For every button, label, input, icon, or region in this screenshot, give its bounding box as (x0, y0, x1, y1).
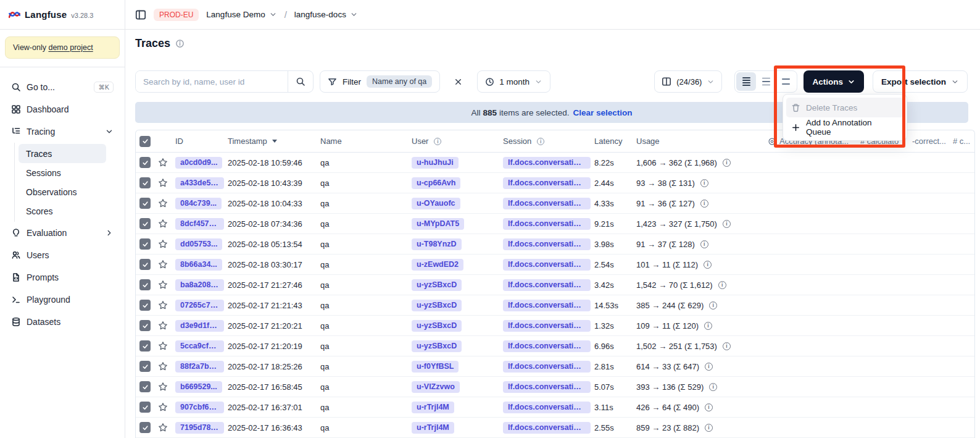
row-checkbox[interactable] (139, 340, 151, 352)
session-badge[interactable]: lf.docs.conversation.... (503, 402, 591, 413)
header-id[interactable]: ID (172, 137, 224, 146)
sidebar-item-datasets[interactable]: Datasets (6, 311, 118, 333)
info-icon[interactable] (700, 179, 708, 187)
session-badge[interactable]: lf.docs.conversation... (503, 177, 591, 189)
export-selection-button[interactable]: Export selection (873, 70, 968, 93)
info-icon[interactable] (704, 261, 712, 269)
trace-id-badge[interactable]: 8dcf4574... (175, 218, 224, 230)
trace-id-badge[interactable]: a0cd0d9... (175, 157, 222, 169)
user-badge[interactable]: u-yzSBxcD (412, 320, 462, 332)
table-row[interactable]: d3e9d1f2... 2025-02-17 21:20:21 qa u-yzS… (136, 316, 974, 336)
search-input[interactable] (136, 71, 288, 92)
star-icon[interactable] (158, 321, 168, 331)
session-badge[interactable]: lf.docs.conversation.... (503, 422, 591, 434)
trace-id-badge[interactable]: 7195d78e... (175, 422, 224, 434)
star-icon[interactable] (158, 361, 168, 371)
row-checkbox[interactable] (139, 361, 151, 372)
info-icon[interactable] (175, 39, 185, 48)
demo-project-link[interactable]: demo project (48, 43, 93, 52)
session-badge[interactable]: lf.docs.conversation... (503, 340, 591, 352)
user-badge[interactable]: u-yzSBxcD (412, 279, 462, 291)
session-badge[interactable]: lf.docs.conversation... (503, 300, 591, 311)
info-icon[interactable] (705, 403, 713, 411)
trace-id-badge[interactable]: 084c739... (175, 198, 222, 209)
info-icon[interactable] (705, 363, 713, 371)
info-icon[interactable] (723, 342, 731, 350)
time-range-selector[interactable]: 1 month (477, 70, 550, 93)
info-icon[interactable] (709, 383, 717, 391)
user-badge[interactable]: u-T98YnzD (412, 238, 462, 250)
header-score-correct[interactable]: -correct... (910, 137, 950, 146)
trace-id-badge[interactable]: 88f2a7b0... (175, 361, 224, 373)
table-row[interactable]: dd05753... 2025-02-18 05:13:54 qa u-T98Y… (136, 234, 974, 255)
row-checkbox[interactable] (139, 422, 151, 433)
filter-chip[interactable]: Name any of qa (367, 75, 432, 88)
user-badge[interactable]: u-VIZzvwo (412, 381, 460, 393)
user-badge[interactable]: u-yzSBxcD (412, 300, 462, 311)
filter-button[interactable]: Filter Name any of qa (320, 70, 440, 93)
row-checkbox[interactable] (139, 402, 151, 413)
select-all-checkbox[interactable] (139, 136, 151, 147)
session-badge[interactable]: lf.docs.conversation... (503, 381, 591, 393)
sidebar-item-users[interactable]: Users (6, 244, 118, 266)
menu-item-delete-traces[interactable]: Delete Traces (786, 98, 903, 117)
user-badge[interactable]: u-f0YfBSL (412, 361, 459, 373)
user-badge[interactable]: u-huJhuJi (412, 157, 459, 169)
header-usage[interactable]: Usage (633, 137, 765, 146)
search-submit-button[interactable] (288, 71, 313, 92)
sidebar-item-sessions[interactable]: Sessions (19, 163, 106, 182)
star-icon[interactable] (158, 259, 168, 269)
sidebar-item-observations[interactable]: Observations (19, 182, 106, 201)
info-icon[interactable] (704, 322, 712, 330)
row-checkbox[interactable] (139, 157, 151, 168)
trace-id-badge[interactable]: 07265c7a... (175, 300, 224, 311)
table-row[interactable]: a0cd0d9... 2025-02-18 10:59:46 qa u-huJh… (136, 153, 974, 173)
table-row[interactable]: 084c739... 2025-02-18 10:04:33 qa u-OYau… (136, 193, 974, 214)
row-height-large-button[interactable] (776, 72, 795, 91)
user-badge[interactable]: u-zEwdED2 (412, 259, 463, 271)
trace-id-badge[interactable]: d3e9d1f2... (175, 320, 224, 332)
session-badge[interactable]: lf.docs.conversation.... (503, 238, 591, 250)
star-icon[interactable] (158, 198, 168, 208)
column-visibility-button[interactable]: (24/36) (654, 70, 722, 93)
star-icon[interactable] (158, 300, 168, 310)
user-badge[interactable]: u-rTrjl4M (412, 402, 454, 413)
session-badge[interactable]: lf.docs.conversation... (503, 198, 591, 209)
sidebar-item-traces[interactable]: Traces (19, 144, 106, 163)
session-badge[interactable]: lf.docs.conversation... (503, 259, 591, 271)
row-checkbox[interactable] (139, 381, 151, 392)
star-icon[interactable] (158, 423, 168, 432)
header-timestamp[interactable]: Timestamp (224, 137, 317, 146)
session-badge[interactable]: lf.docs.conversation... (503, 361, 591, 373)
user-badge[interactable]: u-OYauofc (412, 198, 460, 209)
info-icon[interactable] (709, 301, 717, 310)
table-row[interactable]: 88f2a7b0... 2025-02-17 18:25:26 qa u-f0Y… (136, 356, 974, 377)
trace-id-badge[interactable]: ba8a208f... (175, 279, 224, 291)
table-row[interactable]: 907cbf6e... 2025-02-17 16:37:01 qa u-rTr… (136, 397, 974, 418)
header-latency[interactable]: Latency (591, 137, 633, 146)
row-checkbox[interactable] (139, 259, 151, 270)
sidebar-item-dashboard[interactable]: Dashboard (6, 98, 118, 120)
star-icon[interactable] (158, 219, 168, 229)
star-icon[interactable] (158, 402, 168, 412)
table-row[interactable]: 8dcf4574... 2025-02-18 07:34:36 qa u-MYp… (136, 214, 974, 234)
trace-id-badge[interactable]: 5cca9cf2... (175, 340, 224, 352)
panel-left-icon[interactable] (135, 9, 146, 20)
table-row[interactable]: 7195d78e... 2025-02-17 16:36:43 qa u-rTr… (136, 418, 974, 438)
header-score-c[interactable]: # c... (950, 137, 974, 146)
header-user[interactable]: User (408, 137, 499, 146)
star-icon[interactable] (158, 239, 168, 249)
row-checkbox[interactable] (139, 177, 151, 188)
table-row[interactable]: a433de51... 2025-02-18 10:43:39 qa u-cp6… (136, 173, 974, 193)
user-badge[interactable]: u-MYpDAT5 (412, 218, 464, 230)
session-badge[interactable]: lf.docs.conversation... (503, 279, 591, 291)
row-height-medium-button[interactable] (756, 72, 776, 91)
sidebar-item-tracing[interactable]: Tracing (6, 120, 118, 143)
row-checkbox[interactable] (139, 198, 151, 209)
project-selector[interactable]: langfuse-docs (294, 10, 358, 19)
info-icon[interactable] (723, 220, 731, 228)
star-icon[interactable] (158, 178, 168, 188)
table-row[interactable]: 5cca9cf2... 2025-02-17 21:20:19 qa u-yzS… (136, 336, 974, 356)
trace-id-badge[interactable]: a433de51... (175, 177, 224, 189)
user-badge[interactable]: u-rTrjl4M (412, 422, 454, 434)
